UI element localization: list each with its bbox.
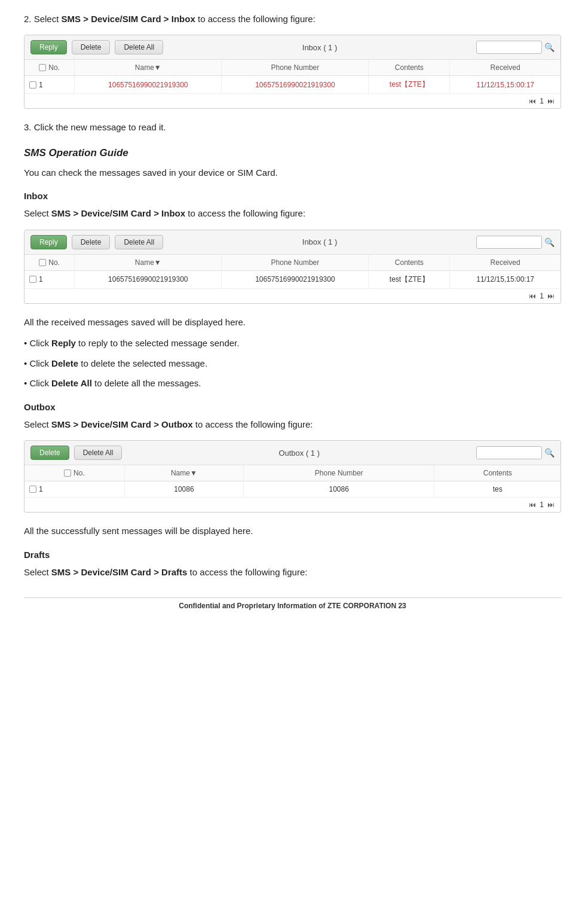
first-page-btn-2[interactable]: ⏮ xyxy=(529,292,536,300)
bullet-delete: • Click Delete to delete the selected me… xyxy=(24,356,561,371)
last-page-btn[interactable]: ⏭ xyxy=(547,97,555,105)
row-checkbox-2[interactable] xyxy=(29,276,36,283)
outbox-search-icon: 🔍 xyxy=(544,448,555,458)
table-row[interactable]: 1 10657516990021919300 10657516990021919… xyxy=(24,270,561,288)
bullet3-prefix: • Click xyxy=(24,378,51,388)
page-number-1: 1 xyxy=(540,97,544,105)
outbox-row-checkbox[interactable] xyxy=(29,486,36,493)
col-name-header: Name▼ xyxy=(75,60,222,76)
inbox-select-bold: SMS > Device/SIM Card > Inbox xyxy=(51,208,185,218)
col-contents-header: Contents xyxy=(369,60,450,76)
outbox-select-bold: SMS > Device/SIM Card > Outbox xyxy=(51,419,193,429)
first-page-btn[interactable]: ⏮ xyxy=(529,97,536,105)
select-all-checkbox-2[interactable] xyxy=(39,259,46,266)
pagination-1: ⏮ 1 ⏭ xyxy=(24,93,561,108)
drafts-subheading: Drafts xyxy=(24,550,561,560)
select-all-checkbox-1[interactable] xyxy=(39,64,46,71)
table-row[interactable]: 1 10086 10086 tes xyxy=(24,481,561,498)
inbox-toolbar-1: Reply Delete Delete All Inbox ( 1 ) 🔍 xyxy=(24,35,561,60)
drafts-select-para: Select SMS > Device/SIM Card > Drafts to… xyxy=(24,565,561,580)
inbox-title-2: Inbox ( 1 ) xyxy=(168,237,471,246)
outbox-select-all-checkbox[interactable] xyxy=(64,469,71,477)
inbox-table-2: No. Name▼ Phone Number Contents Received… xyxy=(24,255,561,288)
last-page-btn-2[interactable]: ⏭ xyxy=(547,292,555,300)
reply-button-2[interactable]: Reply xyxy=(30,235,67,249)
footer-text: Confidential and Proprietary Information… xyxy=(179,602,406,610)
delete-button-2[interactable]: Delete xyxy=(72,235,111,249)
pagination-2: ⏮ 1 ⏭ xyxy=(24,288,561,303)
bullet2-suffix: to delete the selected message. xyxy=(78,358,207,368)
outbox-last-page-btn[interactable]: ⏭ xyxy=(547,501,555,509)
col-no-header-2: No. xyxy=(24,255,75,271)
inbox-title-1: Inbox ( 1 ) xyxy=(168,43,471,52)
outbox-select-suffix: to access the following figure: xyxy=(193,419,313,429)
bullet3-bold: Delete All xyxy=(51,378,92,388)
outbox-desc: All the successfully sent messages will … xyxy=(24,523,561,539)
drafts-select-suffix: to access the following figure: xyxy=(187,567,307,577)
inbox-select-prefix: Select xyxy=(24,208,51,218)
bullet-reply: • Click Reply to reply to the selected m… xyxy=(24,336,561,351)
outbox-row-name: 10086 xyxy=(124,481,243,498)
delete-all-button-1[interactable]: Delete All xyxy=(115,40,163,54)
outbox-row-phone: 10086 xyxy=(243,481,434,498)
inbox-desc: All the received messages saved will be … xyxy=(24,315,561,330)
table-row[interactable]: 1 10657516990021919300 10657516990021919… xyxy=(24,76,561,94)
outbox-col-name-header: Name▼ xyxy=(124,465,243,481)
row-no-2: 1 xyxy=(24,270,75,288)
outbox-first-page-btn[interactable]: ⏮ xyxy=(529,501,536,509)
inbox-screenshot-2: Reply Delete Delete All Inbox ( 1 ) 🔍 No… xyxy=(24,230,561,304)
step2-intro: 2. Select SMS > Device/SIM Card > Inbox … xyxy=(24,12,561,26)
inbox-select-para: Select SMS > Device/SIM Card > Inbox to … xyxy=(24,206,561,221)
outbox-select-prefix: Select xyxy=(24,419,51,429)
search-input-2[interactable] xyxy=(476,236,542,249)
inbox-toolbar-2: Reply Delete Delete All Inbox ( 1 ) 🔍 xyxy=(24,230,561,255)
col-phone-header-2: Phone Number xyxy=(222,255,369,271)
col-phone-header: Phone Number xyxy=(222,60,369,76)
drafts-select-prefix: Select xyxy=(24,567,51,577)
delete-button-1[interactable]: Delete xyxy=(72,40,111,54)
step3-text: 3. Click the new message to read it. xyxy=(24,120,561,135)
inbox-subheading: Inbox xyxy=(24,191,561,201)
row-phone-2: 10657516990021919300 xyxy=(222,270,369,288)
outbox-delete-all-button[interactable]: Delete All xyxy=(74,446,122,460)
outbox-delete-button[interactable]: Delete xyxy=(30,446,69,460)
row-received: 11/12/15,15:00:17 xyxy=(450,76,561,94)
page-number-2: 1 xyxy=(540,292,544,300)
intro-para: You can check the messages saved in your… xyxy=(24,165,561,181)
step2-suffix: to access the following figure: xyxy=(195,14,316,24)
row-checkbox[interactable] xyxy=(29,81,36,89)
outbox-col-phone-header: Phone Number xyxy=(243,465,434,481)
col-contents-header-2: Contents xyxy=(369,255,450,271)
row-no: 1 xyxy=(24,76,75,94)
row-name: 10657516990021919300 xyxy=(75,76,222,94)
inbox-table-1: No. Name▼ Phone Number Contents Received… xyxy=(24,60,561,93)
col-received-header: Received xyxy=(450,60,561,76)
bullet2-prefix: • Click xyxy=(24,358,51,368)
drafts-select-bold: SMS > Device/SIM Card > Drafts xyxy=(51,567,188,577)
row-contents-2: test【ZTE】 xyxy=(369,270,450,288)
col-no-header: No. xyxy=(24,60,75,76)
delete-all-button-2[interactable]: Delete All xyxy=(115,235,163,249)
search-icon-2: 🔍 xyxy=(544,237,555,247)
outbox-select-para: Select SMS > Device/SIM Card > Outbox to… xyxy=(24,417,561,432)
footer: Confidential and Proprietary Information… xyxy=(24,597,561,610)
col-received-header-2: Received xyxy=(450,255,561,271)
outbox-table: No. Name▼ Phone Number Contents 1 10086 … xyxy=(24,465,561,497)
section-heading: SMS Operation Guide xyxy=(24,147,561,159)
outbox-col-no-header: No. xyxy=(24,465,124,481)
row-contents: test【ZTE】 xyxy=(369,76,450,94)
outbox-col-contents-header: Contents xyxy=(434,465,561,481)
search-input-1[interactable] xyxy=(476,41,542,54)
outbox-search-area: 🔍 xyxy=(476,446,555,459)
row-phone: 10657516990021919300 xyxy=(222,76,369,94)
outbox-pagination: ⏮ 1 ⏭ xyxy=(24,497,561,512)
outbox-search-input[interactable] xyxy=(476,446,542,459)
search-icon-1: 🔍 xyxy=(544,42,555,52)
inbox-select-suffix: to access the following figure: xyxy=(185,208,305,218)
bullet1-prefix: • Click xyxy=(24,338,51,348)
outbox-toolbar: Delete Delete All Outbox ( 1 ) 🔍 xyxy=(24,441,561,465)
outbox-row-no: 1 xyxy=(24,481,124,498)
bullet1-suffix: to reply to the selected message sender. xyxy=(76,338,240,348)
outbox-row-contents: tes xyxy=(434,481,561,498)
reply-button-1[interactable]: Reply xyxy=(30,40,67,54)
